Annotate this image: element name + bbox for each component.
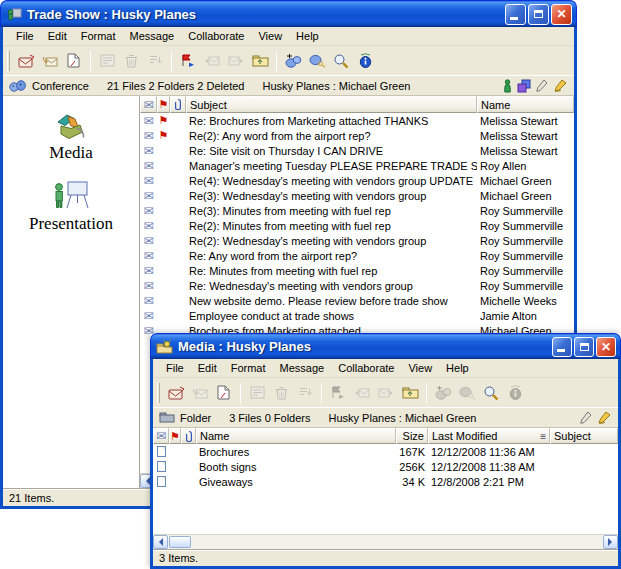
table-row[interactable]: ✉⚑Re: Wednesday's meeting with vendors g… bbox=[140, 278, 574, 293]
search-button[interactable] bbox=[479, 381, 503, 405]
history-button[interactable] bbox=[503, 381, 527, 405]
sidebar-item-media[interactable]: Media bbox=[49, 112, 92, 163]
pencil-icon[interactable] bbox=[580, 411, 592, 424]
table-row[interactable]: ✉⚑Re: Any word from the airport rep?Roy … bbox=[140, 248, 574, 263]
delete-button[interactable] bbox=[269, 381, 293, 405]
close-button[interactable]: ✕ bbox=[596, 337, 616, 357]
properties-button[interactable] bbox=[95, 49, 119, 73]
header-subject[interactable]: Subject bbox=[550, 428, 618, 444]
menu-edit[interactable]: Edit bbox=[192, 360, 223, 376]
permissions-button[interactable] bbox=[455, 381, 479, 405]
table-row[interactable]: ✉⚑Re(3): Wednesday's meeting with vendor… bbox=[140, 188, 574, 203]
toolbar-grip[interactable] bbox=[7, 51, 10, 71]
file-rows: Brochures167K12/12/2008 11:36 AM Booth s… bbox=[153, 444, 618, 534]
name-cell: Michelle Weeks bbox=[477, 295, 574, 307]
table-row[interactable]: ✉⚑Re(2): Any word from the airport rep?M… bbox=[140, 128, 574, 143]
sidebar-item-presentation[interactable]: Presentation bbox=[29, 179, 113, 234]
table-row[interactable]: ✉⚑Employee conduct at trade showsJamie A… bbox=[140, 308, 574, 323]
header-name[interactable]: Name bbox=[477, 96, 574, 113]
history-button[interactable] bbox=[353, 49, 377, 73]
table-row[interactable]: ✉⚑Re: Brochures from Marketing attached … bbox=[140, 113, 574, 128]
add-member-button[interactable] bbox=[281, 49, 305, 73]
reply-button[interactable] bbox=[38, 49, 62, 73]
header-last-modified[interactable]: Last Modified≡ bbox=[428, 428, 550, 444]
parent-folder-button[interactable] bbox=[248, 49, 272, 73]
flag-button[interactable] bbox=[176, 49, 200, 73]
parent-folder-button[interactable] bbox=[398, 381, 422, 405]
minimize-button[interactable] bbox=[552, 337, 572, 357]
header-flag[interactable]: ⚑ bbox=[157, 96, 170, 113]
menu-collaborate[interactable]: Collaborate bbox=[182, 28, 250, 44]
properties-button[interactable] bbox=[245, 381, 269, 405]
new-document-button[interactable] bbox=[212, 381, 236, 405]
scroll-right-button[interactable] bbox=[603, 535, 618, 549]
table-row[interactable]: Brochures167K12/12/2008 11:36 AM bbox=[153, 444, 618, 459]
pen-icon[interactable] bbox=[553, 79, 568, 92]
table-row[interactable]: ✉⚑Re: Minutes from meeting with fuel rep… bbox=[140, 263, 574, 278]
table-row[interactable]: Booth signs256K12/12/2008 11:38 AM bbox=[153, 459, 618, 474]
summarize-button[interactable] bbox=[293, 381, 317, 405]
header-message-icon[interactable]: ✉ bbox=[153, 428, 169, 444]
permissions-button[interactable] bbox=[305, 49, 329, 73]
table-row[interactable]: ✉⚑Re(4): Wednesday's meeting with vendor… bbox=[140, 173, 574, 188]
titlebar[interactable]: Media : Husky Planes ✕ bbox=[150, 333, 621, 359]
next-unread-button[interactable] bbox=[374, 381, 398, 405]
reply-button[interactable] bbox=[188, 381, 212, 405]
table-row[interactable]: ✉⚑Re(3): Minutes from meeting with fuel … bbox=[140, 203, 574, 218]
document-icon bbox=[157, 446, 166, 457]
menu-view[interactable]: View bbox=[402, 360, 438, 376]
new-message-button[interactable] bbox=[14, 49, 38, 73]
add-member-button[interactable] bbox=[431, 381, 455, 405]
titlebar[interactable]: Trade Show : Husky Planes ✕ bbox=[0, 0, 577, 27]
menu-help[interactable]: Help bbox=[290, 28, 325, 44]
horizontal-scrollbar[interactable] bbox=[153, 534, 618, 549]
menu-format[interactable]: Format bbox=[75, 28, 122, 44]
maximize-button[interactable] bbox=[528, 4, 549, 25]
menu-message[interactable]: Message bbox=[274, 360, 331, 376]
delete-button[interactable] bbox=[119, 49, 143, 73]
table-row[interactable]: ✉⚑New website demo. Please review before… bbox=[140, 293, 574, 308]
table-row[interactable]: ✉⚑Re(2): Minutes from meeting with fuel … bbox=[140, 218, 574, 233]
prev-unread-button[interactable] bbox=[200, 49, 224, 73]
scroll-left-button[interactable] bbox=[153, 535, 168, 549]
scrollbar-thumb[interactable] bbox=[169, 536, 191, 548]
new-document-button[interactable] bbox=[62, 49, 86, 73]
pen-icon[interactable] bbox=[597, 411, 612, 424]
trash-icon bbox=[275, 386, 288, 400]
container-context: Husky Planes : Michael Green bbox=[262, 80, 410, 92]
search-button[interactable] bbox=[329, 49, 353, 73]
menu-help[interactable]: Help bbox=[440, 360, 475, 376]
table-row[interactable]: ✉⚑Manager's meeting Tuesday PLEASE PREPA… bbox=[140, 158, 574, 173]
close-button[interactable]: ✕ bbox=[551, 4, 572, 25]
menu-view[interactable]: View bbox=[252, 28, 288, 44]
menu-file[interactable]: File bbox=[160, 360, 190, 376]
pencil-icon[interactable] bbox=[536, 79, 548, 92]
prev-unread-button[interactable] bbox=[350, 381, 374, 405]
table-row[interactable]: ✉⚑Re(2): Wednesday's meeting with vendor… bbox=[140, 233, 574, 248]
menu-collaborate[interactable]: Collaborate bbox=[332, 360, 400, 376]
menu-file[interactable]: File bbox=[10, 28, 40, 44]
message-icon: ✉ bbox=[143, 175, 153, 187]
table-row[interactable]: ✉⚑Re: Site visit on Thursday I CAN DRIVE… bbox=[140, 143, 574, 158]
flag-button[interactable] bbox=[326, 381, 350, 405]
menu-edit[interactable]: Edit bbox=[42, 28, 73, 44]
toolbar-grip[interactable] bbox=[157, 383, 160, 403]
history-icon bbox=[359, 53, 372, 68]
menu-format[interactable]: Format bbox=[225, 360, 272, 376]
close-icon: ✕ bbox=[556, 8, 566, 20]
next-unread-button[interactable] bbox=[224, 49, 248, 73]
header-flag[interactable]: ⚑ bbox=[169, 428, 181, 444]
header-size[interactable]: Size bbox=[396, 428, 428, 444]
maximize-button[interactable] bbox=[574, 337, 594, 357]
header-message-icon[interactable]: ✉ bbox=[140, 96, 157, 113]
header-subject[interactable]: Subject bbox=[186, 96, 477, 113]
minimize-button[interactable] bbox=[505, 4, 526, 25]
header-attachment[interactable] bbox=[181, 428, 196, 444]
menu-message[interactable]: Message bbox=[124, 28, 181, 44]
pages-icon[interactable] bbox=[517, 79, 531, 93]
header-name[interactable]: Name bbox=[196, 428, 396, 444]
summarize-button[interactable] bbox=[143, 49, 167, 73]
new-message-button[interactable] bbox=[164, 381, 188, 405]
table-row[interactable]: Giveaways34 K12/8/2008 2:21 PM bbox=[153, 474, 618, 489]
header-attachment[interactable] bbox=[170, 96, 186, 113]
